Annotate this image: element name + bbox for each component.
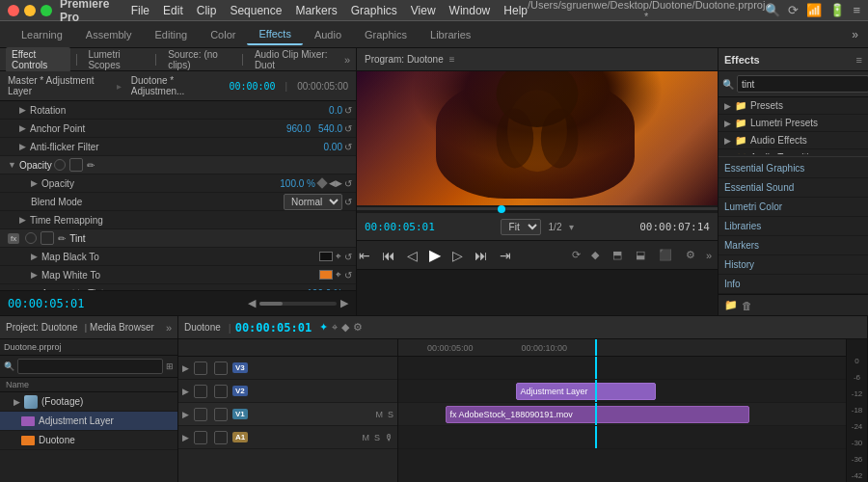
essential-graphics-link[interactable]: Essential Graphics xyxy=(719,159,868,178)
track-a1-s-btn[interactable]: S xyxy=(374,433,380,442)
ec-anchor-reset[interactable]: ↺ xyxy=(344,123,352,134)
tab-libraries[interactable]: Libraries xyxy=(419,25,482,44)
track-v1-toggle[interactable]: ▶ xyxy=(182,410,189,419)
ec-mapblack-swatch[interactable] xyxy=(319,252,333,261)
ec-antiflicker-reset[interactable]: ↺ xyxy=(344,142,352,152)
effects-delete-icon[interactable]: 🗑 xyxy=(742,300,752,311)
track-v2-eye-icon[interactable] xyxy=(194,385,207,398)
transport-fast-forward[interactable]: ⏭ xyxy=(473,246,490,265)
stock-video-clip[interactable]: fx AdobeStock_188090191.mov xyxy=(446,406,750,423)
menu-sequence[interactable]: Sequence xyxy=(230,4,282,17)
track-v1-s-btn[interactable]: S xyxy=(388,410,393,419)
ec-mapblack-reset[interactable]: ↺ xyxy=(344,252,352,262)
track-v2-toggle[interactable]: ▶ xyxy=(182,387,189,396)
track-a1-toggle[interactable]: ▶ xyxy=(182,433,189,442)
timeline-tool-settings[interactable]: ⚙ xyxy=(353,321,363,334)
maximize-button[interactable] xyxy=(41,5,52,16)
transport-step-back[interactable]: ⇤ xyxy=(357,246,372,265)
tab-audio[interactable]: Audio xyxy=(303,25,353,44)
tab-editing[interactable]: Editing xyxy=(144,25,200,44)
tab-graphics[interactable]: Graphics xyxy=(353,25,419,44)
track-v3-num[interactable]: V3 xyxy=(232,362,248,373)
track-v2-lock-icon[interactable] xyxy=(214,385,228,398)
track-v2-num[interactable]: V2 xyxy=(232,386,248,396)
effects-audio-effects[interactable]: ▶ 📁 Audio Effects xyxy=(719,132,868,149)
transport-export-icon[interactable]: ⬛ xyxy=(659,249,672,261)
tab-effects[interactable]: Effects xyxy=(247,24,302,45)
effects-search-input[interactable] xyxy=(737,75,868,93)
ec-mapwhite-reset[interactable]: ↺ xyxy=(344,270,352,281)
effects-audio-transitions[interactable]: ▶ 📁 Audio Transitions xyxy=(719,149,868,154)
ec-antiflicker-value[interactable]: 0.00 xyxy=(324,142,342,152)
markers-link[interactable]: Markers xyxy=(719,236,868,255)
project-adj-layer[interactable]: Adjustment Layer xyxy=(0,412,177,431)
traffic-lights[interactable] xyxy=(8,5,52,16)
ec-rotation-value[interactable]: 0.0 xyxy=(329,105,342,116)
ec-blend-reset[interactable]: ↺ xyxy=(344,197,352,207)
monitor-ratio-dropdown[interactable]: ▾ xyxy=(569,222,574,232)
menu-file[interactable]: File xyxy=(131,4,149,17)
transport-insert-icon[interactable]: ⬒ xyxy=(612,249,622,261)
track-a1-eye-icon[interactable] xyxy=(194,431,207,444)
menu-graphics[interactable]: Graphics xyxy=(351,4,397,17)
menu-markers[interactable]: Markers xyxy=(295,4,337,17)
transport-play[interactable]: ▶ xyxy=(427,244,443,266)
ec-timecode[interactable]: 00:00:00 xyxy=(229,81,275,92)
tab-assembly[interactable]: Assembly xyxy=(74,25,144,44)
minimize-button[interactable] xyxy=(24,5,36,16)
track-a1-mic-icon[interactable]: 🎙 xyxy=(385,433,393,442)
track-a1-num[interactable]: A1 xyxy=(232,432,248,442)
transport-loop-icon[interactable]: ⟳ xyxy=(572,249,581,261)
ec-anchor-y[interactable]: 540.0 xyxy=(318,123,342,134)
ec-mapwhite-swatch[interactable] xyxy=(319,270,333,280)
track-v1-m-btn[interactable]: M xyxy=(375,410,383,419)
menu-clip[interactable]: Clip xyxy=(197,4,217,17)
ec-opacity-keyframe[interactable] xyxy=(316,177,327,188)
search-icon[interactable]: 🔍 xyxy=(765,3,780,17)
transport-settings-icon[interactable]: ⚙ xyxy=(686,249,695,261)
transport-step-forward[interactable]: ⇥ xyxy=(498,246,513,265)
transport-overwrite-icon[interactable]: ⬓ xyxy=(636,249,645,261)
menu-help[interactable]: Help xyxy=(503,4,528,17)
close-button[interactable] xyxy=(8,5,19,16)
tab-effect-controls[interactable]: Effect Controls xyxy=(6,47,70,72)
project-footage-folder[interactable]: ▶ (Footage) xyxy=(0,392,177,412)
workspace-more[interactable]: » xyxy=(852,28,858,41)
transport-step-frame-forward[interactable]: ▷ xyxy=(450,246,465,265)
transport-more[interactable]: » xyxy=(706,250,712,261)
track-v1-lock-icon[interactable] xyxy=(214,408,228,421)
ec-anchor-x[interactable]: 960.0 xyxy=(286,123,311,134)
timeline-tool-marker[interactable]: ◆ xyxy=(341,321,349,334)
media-browser-tab[interactable]: Media Browser xyxy=(90,322,166,333)
tab-lumetri-scopes[interactable]: Lumetri Scopes xyxy=(82,47,149,72)
ec-rotation-reset[interactable]: ↺ xyxy=(344,105,352,116)
track-v3-eye-icon[interactable] xyxy=(194,362,207,375)
transport-markers-icon[interactable]: ◆ xyxy=(591,249,599,261)
libraries-link[interactable]: Libraries xyxy=(719,217,868,236)
track-a1-m-btn[interactable]: M xyxy=(362,433,369,442)
menu-edit[interactable]: Edit xyxy=(163,4,183,17)
ec-blend-select[interactable]: Normal xyxy=(284,194,342,210)
menu-bar[interactable]: File Edit Clip Sequence Markers Graphics… xyxy=(131,4,528,17)
tab-source[interactable]: Source: (no clips) xyxy=(162,47,236,72)
timeline-tool-razor[interactable]: ⌖ xyxy=(332,321,338,334)
monitor-timecode-right[interactable]: 00:00:07:14 xyxy=(639,221,710,233)
effects-new-folder-icon[interactable]: 📁 xyxy=(724,299,738,311)
track-v3-toggle[interactable]: ▶ xyxy=(182,363,189,373)
transport-rewind[interactable]: ⏮ xyxy=(380,246,397,265)
monitor-scrubber[interactable] xyxy=(357,205,718,213)
ec-mapblack-eyedrop[interactable]: ⌖ xyxy=(336,251,341,262)
ec-tint-pen-icon[interactable]: ✏ xyxy=(58,233,66,244)
track-v1-eye-icon[interactable] xyxy=(194,408,207,421)
timeline-timecode[interactable]: 00:00:05:01 xyxy=(235,321,312,335)
track-v1-num[interactable]: V1 xyxy=(232,409,248,419)
track-v3-lock-icon[interactable] xyxy=(214,362,228,375)
project-more[interactable]: » xyxy=(166,322,172,334)
ec-scroll-right[interactable]: ▶ xyxy=(340,297,348,309)
effects-presets[interactable]: ▶ 📁 Presets xyxy=(719,97,868,115)
tab-color[interactable]: Color xyxy=(199,25,247,44)
ec-scroll-left[interactable]: ◀ xyxy=(248,297,256,309)
project-search-filter[interactable]: ⊞ xyxy=(166,362,174,371)
tab-learning[interactable]: Learning xyxy=(10,25,74,44)
history-link[interactable]: History xyxy=(719,255,868,275)
